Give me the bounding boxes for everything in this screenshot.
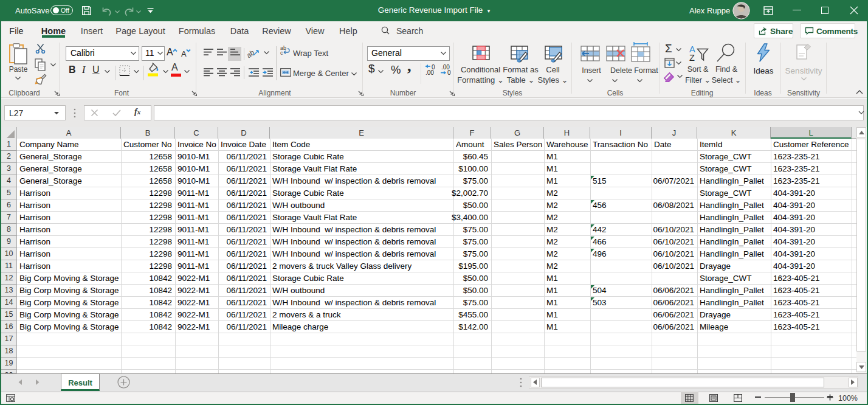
svg-text:Z: Z [689,53,695,62]
svg-text:.00: .00 [425,69,434,75]
svg-text:c: c [280,50,283,55]
svg-text:0: 0 [447,69,451,75]
